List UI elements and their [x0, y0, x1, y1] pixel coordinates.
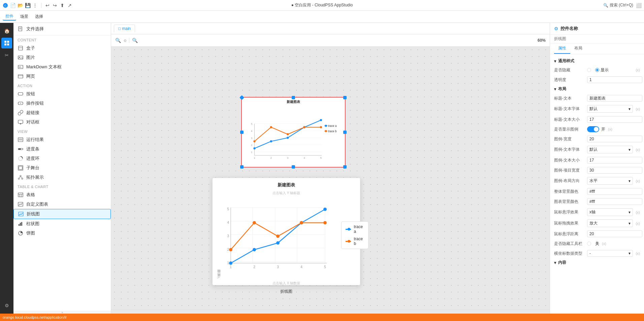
item-sub-stage[interactable]: 子舞台 — [13, 163, 111, 173]
file-select-item[interactable]: 文件选择 — [13, 24, 111, 34]
handle-tr[interactable] — [343, 96, 347, 99]
section-layout-collapse-icon: ▾ — [554, 87, 556, 92]
section-general-style[interactable]: ▾ 通用样式 — [550, 57, 644, 65]
y-label-text[interactable]: 点击输入 Y 轴标题 — [272, 191, 300, 195]
open-file-icon[interactable]: 📂 — [18, 3, 23, 8]
title-font-select[interactable]: 默认 ▾ — [587, 105, 633, 113]
x-axis-type-select[interactable]: - ▾ — [587, 250, 633, 257]
item-hyperlink[interactable]: 超链接 — [13, 108, 111, 117]
item-image[interactable]: 图片 — [13, 53, 111, 62]
chart-bg-color-input[interactable] — [587, 198, 642, 205]
zoom-out-icon[interactable]: 🔍 — [132, 38, 138, 43]
title-text-input[interactable] — [587, 95, 642, 102]
tab-select[interactable]: 选择 — [32, 13, 46, 20]
section-layout[interactable]: ▾ 布局 — [550, 85, 644, 93]
item-topology[interactable]: 拓扑展示 — [13, 173, 111, 182]
new-file-icon[interactable]: 📄 — [10, 3, 15, 8]
x-data-placeholder[interactable]: 点击输入 X 轴数据 — [217, 281, 356, 286]
undo-icon[interactable]: ↩ — [45, 3, 50, 8]
prop-title-font-x[interactable]: (x) — [636, 107, 640, 111]
prop-is-hidden-x[interactable]: (x) — [636, 68, 640, 72]
radio-hidden[interactable] — [587, 68, 591, 72]
save-icon[interactable]: 💾 — [25, 3, 30, 8]
item-dialog[interactable]: 对话框 — [13, 117, 111, 127]
legend-width-input[interactable] — [587, 136, 642, 142]
item-table[interactable]: 表格 — [13, 190, 111, 200]
svg-rect-29 — [19, 166, 22, 170]
title-size-input[interactable] — [587, 116, 642, 123]
nav-tools-icon[interactable]: ✂ — [1, 50, 12, 61]
drag-effect-select[interactable]: 放大 ▾ — [587, 219, 633, 227]
legend-text-size-input[interactable] — [587, 157, 642, 164]
section-view-header: VIEW — [13, 127, 111, 135]
show-legend-toggle[interactable] — [587, 126, 599, 132]
tab-properties[interactable]: 属性 — [554, 43, 570, 54]
nav-settings-icon[interactable]: ⚙ — [1, 300, 12, 311]
item-webpage[interactable]: 网页 — [13, 72, 111, 81]
item-action-button[interactable]: 操作按钮 — [13, 99, 111, 108]
opacity-input[interactable] — [587, 76, 642, 83]
radio-hide-toolbar[interactable] — [587, 242, 591, 246]
handle-bm[interactable] — [292, 165, 295, 169]
item-progress-ring[interactable]: 进度环 — [13, 154, 111, 163]
tab-scenes[interactable]: 场景 — [18, 13, 31, 20]
prop-x-axis-type-x[interactable]: (x) — [636, 251, 640, 255]
svg-line-33 — [19, 177, 21, 178]
item-line-chart[interactable]: 折线图 折线图 — [13, 209, 111, 219]
nav-home-icon[interactable]: 🏠 — [1, 26, 12, 36]
zoom-in-icon[interactable]: 🔍 — [115, 38, 121, 43]
export-icon[interactable]: ⬆ — [60, 3, 65, 8]
section-content[interactable]: ▾ 内容 — [550, 258, 644, 267]
prop-drag-effect-x[interactable]: (x) — [636, 221, 640, 225]
box-icon — [18, 45, 24, 51]
share-icon[interactable]: ↗ — [67, 3, 72, 8]
item-result[interactable]: 运行结果 — [13, 135, 111, 144]
maximize-icon[interactable]: ⬜ — [636, 3, 641, 8]
item-bar-chart[interactable]: 柱状图 — [13, 219, 111, 228]
canvas-toolbar-right: 60% — [538, 38, 546, 43]
nav-widget-icon[interactable] — [1, 38, 12, 48]
more-icon[interactable]: ⋮ — [32, 3, 38, 8]
tab-layout[interactable]: 布局 — [570, 43, 586, 54]
prop-show-legend-x[interactable]: (x) — [608, 127, 612, 131]
item-custom-chart[interactable]: 自定义图表 — [13, 200, 111, 209]
search-bar[interactable]: 🔍 搜索 (Ctrl+Q) — [603, 2, 633, 8]
handle-bl[interactable] — [240, 165, 244, 169]
chart-preview-body: 点击输入 Y 轴标题 — [217, 198, 356, 280]
chart-widget[interactable]: 新建图表 — [241, 97, 346, 168]
item-progress-bar[interactable]: 进度条 — [13, 144, 111, 154]
icon-nav: 🏠 ✂ ⚙ — [0, 23, 13, 314]
item-box[interactable]: 盒子 — [13, 43, 111, 53]
tab-controls[interactable]: 控件 — [3, 13, 16, 21]
canvas-tab-main[interactable]: □ main — [114, 25, 135, 32]
svg-point-59 — [287, 133, 289, 135]
handle-br[interactable] — [343, 165, 347, 169]
svg-rect-15 — [18, 75, 23, 78]
prop-hover-effect: 鼠标悬浮效果 x轴 ▾ (x) — [550, 207, 644, 218]
legend-font-select[interactable]: 默认 ▾ — [587, 146, 633, 153]
item-pie-chart[interactable]: 饼图 — [13, 228, 111, 238]
item-hyperlink-label: 超链接 — [26, 110, 39, 116]
redo-icon[interactable]: ↪ — [52, 3, 58, 8]
hover-distance-input[interactable] — [587, 230, 642, 237]
zoom-circle-icon[interactable]: ○ — [124, 38, 126, 43]
y-axis-label[interactable]: 点击输入 Y 轴标题 — [217, 198, 221, 280]
app-logo-icon[interactable]: C — [3, 3, 8, 8]
prop-hover-effect-x[interactable]: (x) — [636, 210, 640, 214]
prop-legend-font-x[interactable]: (x) — [636, 148, 640, 152]
handle-t[interactable] — [292, 96, 295, 99]
hover-effect-select[interactable]: x轴 ▾ — [587, 208, 633, 216]
legend-layout-select[interactable]: 水平 ▾ — [587, 177, 633, 185]
canvas-scroll-h[interactable] — [111, 310, 550, 314]
progress-ring-icon — [18, 155, 24, 162]
bg-color-input[interactable] — [587, 188, 642, 195]
item-markdown[interactable]: M↓ MarkDown 文本框 — [13, 62, 111, 72]
radio-show[interactable]: 显示 — [595, 67, 609, 73]
legend-item-width-input[interactable] — [587, 167, 642, 174]
prop-hide-toolbar-x[interactable]: (x) — [602, 242, 606, 246]
svg-rect-11 — [18, 56, 23, 59]
handle-ml[interactable] — [240, 131, 244, 134]
handle-mr[interactable] — [343, 131, 347, 134]
prop-legend-layout-x[interactable]: (x) — [636, 179, 640, 183]
item-button[interactable]: 按钮 — [13, 89, 111, 99]
